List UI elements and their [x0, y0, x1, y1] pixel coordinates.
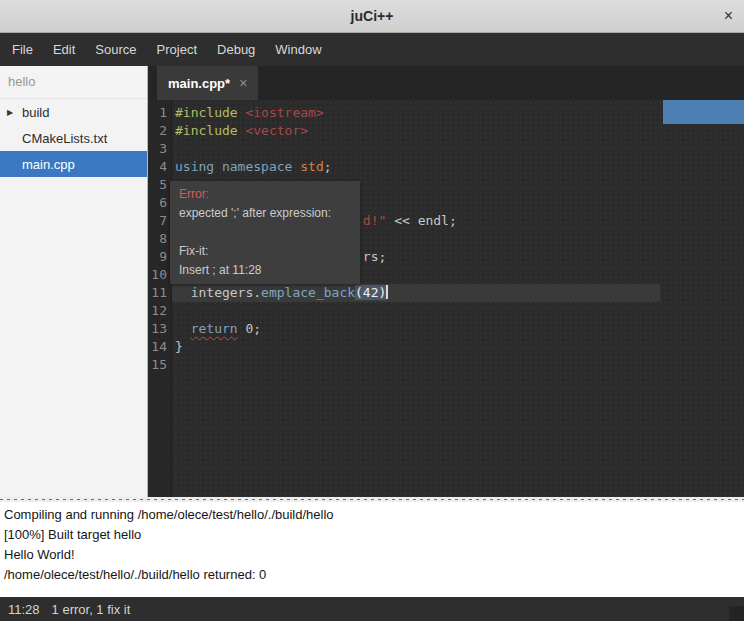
code-editor[interactable]: 123456789101112131415 #include <iostream…: [148, 100, 744, 497]
tooltip-error-heading: Error:: [179, 185, 351, 204]
tree-item-label: build: [22, 105, 49, 120]
code-token: .: [253, 285, 261, 300]
menu-item-project[interactable]: Project: [147, 33, 207, 66]
output-line: /home/olece/test/hello/./build/hello ret…: [4, 565, 744, 585]
tree-item-label: CMakeLists.txt: [22, 131, 107, 146]
line-number: 5: [148, 176, 171, 194]
menu-item-source[interactable]: Source: [85, 33, 146, 66]
file-tree-panel: hello ▶buildCMakeLists.txtmain.cpp: [0, 66, 148, 497]
code-line-1[interactable]: #include <iostream>: [172, 104, 660, 122]
code-token: [214, 159, 222, 174]
tree-item-build[interactable]: ▶build: [0, 99, 147, 125]
line-number: 3: [148, 140, 171, 158]
line-number: 6: [148, 194, 171, 212]
code-token: namespace: [222, 159, 292, 174]
line-number: 8: [148, 230, 171, 248]
code-line-15[interactable]: [172, 356, 660, 374]
code-token: <vector>: [245, 123, 308, 138]
code-token: 0;: [238, 321, 261, 336]
code-token: [175, 321, 191, 336]
code-line-14[interactable]: }: [172, 338, 660, 356]
code-line-3[interactable]: [172, 140, 660, 158]
code-token: #include: [175, 105, 245, 120]
code-token: std: [300, 159, 323, 174]
jucipp-window: juCi++ × FileEditSourceProjectDebugWindo…: [0, 0, 744, 621]
scrollbar-thumb[interactable]: [663, 100, 744, 124]
code-line-2[interactable]: #include <vector>: [172, 122, 660, 140]
menu-bar: FileEditSourceProjectDebugWindow: [0, 33, 744, 66]
window-close-button[interactable]: ×: [724, 8, 733, 24]
line-number: 10: [148, 266, 171, 284]
title-bar: juCi++ ×: [0, 0, 744, 33]
window-title: juCi++: [351, 8, 394, 24]
code-token: rs;: [363, 249, 386, 264]
tab-label: main.cpp*: [168, 76, 230, 91]
diagnostic-tooltip: Error:expected ';' after expression:Fix-…: [170, 181, 360, 284]
code-token: emplace_back: [261, 285, 355, 300]
menu-item-debug[interactable]: Debug: [207, 33, 265, 66]
code-token: ;: [324, 159, 332, 174]
line-number: 14: [148, 338, 171, 356]
cursor-position: 11:28: [8, 602, 40, 617]
tooltip-line: Fix-it:: [179, 242, 351, 261]
expander-icon[interactable]: ▶: [7, 108, 13, 117]
file-tree: ▶buildCMakeLists.txtmain.cpp: [0, 99, 147, 177]
project-root-label: hello: [0, 66, 147, 99]
tree-item-main-cpp[interactable]: main.cpp: [0, 151, 147, 177]
line-number: 7: [148, 212, 171, 230]
code-area[interactable]: #include <iostream>#include <vector>usin…: [172, 100, 660, 497]
code-token: #include: [175, 123, 245, 138]
code-line-13[interactable]: return 0;: [172, 320, 660, 338]
tooltip-line: [179, 223, 351, 242]
line-number: 12: [148, 302, 171, 320]
code-token: }: [175, 339, 183, 354]
line-number: 13: [148, 320, 171, 338]
code-token: return: [191, 321, 238, 336]
status-bar: 11:28 1 error, 1 fix it: [0, 597, 744, 621]
line-number-gutter: 123456789101112131415: [148, 100, 172, 497]
code-line-11[interactable]: integers.emplace_back(42): [172, 284, 660, 302]
text-cursor: [386, 285, 388, 299]
line-number: 1: [148, 104, 171, 122]
code-token: << endl;: [386, 213, 456, 228]
code-line-4[interactable]: using namespace std;: [172, 158, 660, 176]
output-line: Compiling and running /home/olece/test/h…: [4, 505, 744, 525]
code-token: (42): [355, 285, 386, 300]
tooltip-line: expected ';' after expression:: [179, 204, 351, 223]
output-line: [100%] Built target hello: [4, 525, 744, 545]
output-line: Hello World!: [4, 545, 744, 565]
resize-grip[interactable]: [729, 606, 744, 621]
tree-item-label: main.cpp: [22, 157, 75, 172]
tab-close-icon[interactable]: ×: [239, 75, 247, 91]
code-token: <iostream>: [245, 105, 323, 120]
menu-item-window[interactable]: Window: [265, 33, 331, 66]
code-token: integers: [175, 285, 253, 300]
line-number: 2: [148, 122, 171, 140]
line-number: 9: [148, 248, 171, 266]
code-line-12[interactable]: [172, 302, 660, 320]
tab-bar: main.cpp*×: [148, 66, 744, 100]
tree-item-cmakelists-txt[interactable]: CMakeLists.txt: [0, 125, 147, 151]
main-content: hello ▶buildCMakeLists.txtmain.cpp main.…: [0, 66, 744, 497]
tab-main-cpp[interactable]: main.cpp*×: [157, 66, 258, 100]
editor-column: main.cpp*× 123456789101112131415 #includ…: [148, 66, 744, 497]
menu-item-file[interactable]: File: [2, 33, 43, 66]
tooltip-line: Insert ; at 11:28: [179, 261, 351, 280]
line-number: 4: [148, 158, 171, 176]
code-token: using: [175, 159, 214, 174]
menu-item-edit[interactable]: Edit: [43, 33, 85, 66]
diagnostics-summary: 1 error, 1 fix it: [52, 602, 131, 617]
output-panel[interactable]: Compiling and running /home/olece/test/h…: [0, 502, 744, 597]
line-number: 11: [148, 284, 171, 302]
line-number: 15: [148, 356, 171, 374]
code-token: d!": [363, 213, 386, 228]
